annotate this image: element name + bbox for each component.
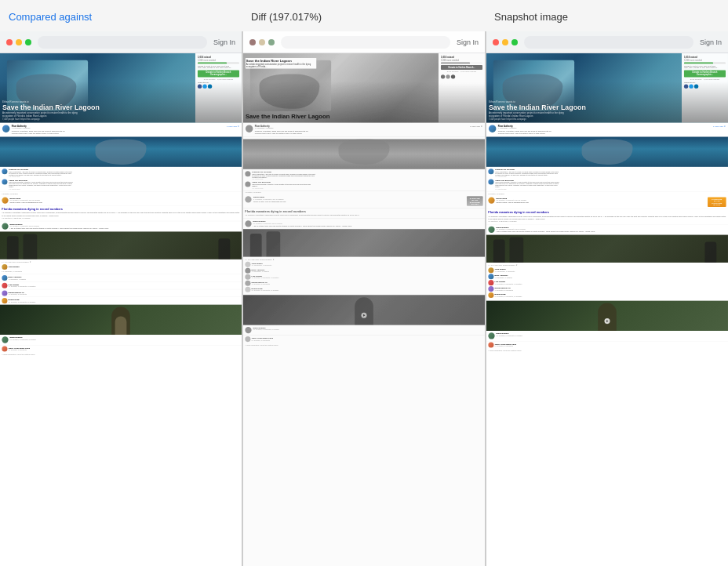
hero-subtitle-1: An extremely important conservation proj… xyxy=(2,112,83,117)
river-authority-avatar-1 xyxy=(2,125,9,132)
river-authority-avatar-3 xyxy=(489,125,496,132)
hero-subtitle-3: An extremely important conservation proj… xyxy=(489,112,570,117)
close-dot-3 xyxy=(493,39,499,45)
article-likes-1: 3 3 donations, 3 signatures, 1& pledges xyxy=(2,218,239,220)
linkedin-share[interactable] xyxy=(208,85,212,89)
header-bar: Compared against Diff (197.017%) Snapsho… xyxy=(0,0,728,31)
close-dot-2 xyxy=(249,39,256,45)
ethan-comment-3: I am a student who has had photo studies… xyxy=(496,230,595,233)
maximize-dot xyxy=(25,39,31,45)
snapshot-label: Snapshot image xyxy=(494,11,568,23)
hero-supporters-1: 7,419 people have helped this campaign xyxy=(2,118,100,121)
maximize-dot-3 xyxy=(511,39,518,45)
maximize-dot-2 xyxy=(268,39,275,45)
donate-button-1[interactable]: Donate to Harlem Branch Oceanographic... xyxy=(198,71,239,78)
close-dot xyxy=(6,39,13,45)
julie-meta-1: 1.1 supporters, 4 comments xyxy=(2,270,239,272)
compared-against-label: Compared against xyxy=(9,11,92,23)
linkedin-share-3[interactable] xyxy=(694,85,698,89)
diff-label: Diff (197.017%) xyxy=(251,11,322,23)
article-body-3: As Florida's "Manatees Awareness Month" … xyxy=(488,215,726,220)
hero-supporters-3: 7,419 people have helped this campaign xyxy=(489,118,586,121)
compared-panel: Sign In Ethan Romero wants to Save the I… xyxy=(0,31,242,566)
panels-container: Sign In Ethan Romero wants to Save the I… xyxy=(0,31,728,566)
hero-label-3: Ethan Romero wants to xyxy=(489,100,586,103)
article-title-3[interactable]: Florida manatees dying in record numbers xyxy=(488,211,726,214)
update2-likes-1: 0 4 months ago xyxy=(9,188,74,190)
minimize-dot-2 xyxy=(259,39,265,45)
donate-button-3[interactable]: Donate to Harlem Branch Oceanographic... xyxy=(684,71,726,78)
hero-title-1: Save the Indian River Lagoon xyxy=(2,103,100,111)
minimize-dot xyxy=(16,39,22,45)
article-body-1: As Florida's "Manatees Awareness Month" … xyxy=(2,212,239,217)
river-meta-3: 1 Campaign 4 updates xyxy=(498,127,556,129)
update2-body-1: Hello Environmental Activists! A quick u… xyxy=(9,181,74,187)
raised-amount: 1,016 raised xyxy=(198,56,239,58)
att-badge-line4: BY AT&T xyxy=(709,204,724,205)
article-title-1[interactable]: Florida manatees dying in record numbers xyxy=(2,208,239,211)
ethan-comment-1: I am a student who has had photo studies… xyxy=(9,227,108,230)
signin-label-1[interactable]: Sign In xyxy=(213,38,235,46)
browser-chrome-2: Sign In xyxy=(243,31,485,53)
twitter-share-3[interactable] xyxy=(689,85,693,89)
donor-comment-3: Worth a read. This is happening for real xyxy=(496,201,528,204)
article-likes-3: 3 3 donations, 3 signatures, 1& pledges xyxy=(488,221,726,223)
facebook-share[interactable] xyxy=(198,85,202,89)
update1-likes-1: 0 3 months ago xyxy=(9,176,74,178)
url-bar-2 xyxy=(281,36,450,49)
browser-chrome-3: Sign In xyxy=(486,31,728,53)
att-badge-3: $1 DONATED BY YOU $2 MATCHED BY AT&T xyxy=(708,197,726,206)
browser-chrome-1: Sign In xyxy=(0,31,242,53)
diff-panel: Sign In Save the Indian River Lagoon An … xyxy=(243,31,485,566)
minimize-dot-3 xyxy=(502,39,508,45)
twitter-share[interactable] xyxy=(202,85,206,89)
goal-amount: 5,000 more needed xyxy=(198,59,239,61)
updates-badge-3[interactable]: 2 UPDATES ▼ xyxy=(713,125,726,134)
signin-label-3: Sign In xyxy=(700,38,722,46)
update2-body-3: Hello Environmental Activists! A quick u… xyxy=(495,181,560,187)
facebook-share-3[interactable] xyxy=(684,85,688,89)
url-bar-1 xyxy=(38,36,207,49)
updates-badge-1[interactable]: 2 UPDATES ▼ xyxy=(227,125,239,134)
url-bar-3 xyxy=(524,36,693,49)
snapshot-panel: Sign In Ethan Romero wants to Save the I… xyxy=(486,31,728,566)
raised-amount-3: 1,016 raised xyxy=(684,56,726,58)
update1-body-3: Hello Supporters! I am here to bring you… xyxy=(495,171,560,176)
julie-name-1: Julie Damon xyxy=(9,266,20,268)
signin-label-2: Sign In xyxy=(457,38,479,46)
hero-title-3: Save the Indian River Lagoon xyxy=(489,103,586,111)
goal-amount-3: 5,000 more needed xyxy=(684,59,726,61)
river-meta-1: 1 Campaign 4 updates xyxy=(12,127,70,129)
hero-label-1: Ethan Romero wants to xyxy=(2,100,100,103)
update1-body-1: Hello Supporters! I am here to bring you… xyxy=(9,171,74,176)
donor-comment-1: Worth a read. This is happening for real xyxy=(9,201,42,204)
